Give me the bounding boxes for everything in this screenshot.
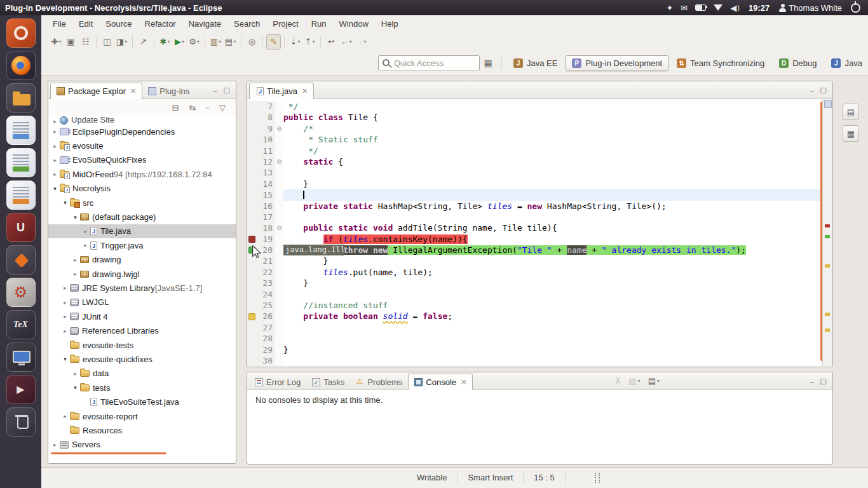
perspective-java[interactable]: JJava: [825, 55, 868, 71]
annotation-gutter[interactable]: [247, 167, 256, 178]
tree-item-tests[interactable]: ▾tests: [48, 381, 236, 395]
annotation-gutter[interactable]: [247, 355, 256, 366]
tab-package-explor[interactable]: Package Explor✕: [50, 83, 142, 99]
maximize-icon[interactable]: ▢: [820, 86, 827, 94]
annotation-gutter[interactable]: [247, 267, 256, 278]
mark-occurrences-icon[interactable]: ✎: [266, 34, 281, 50]
forward-icon[interactable]: →▾: [353, 34, 368, 50]
annotation-gutter[interactable]: [247, 179, 256, 189]
expanded-arrow-icon[interactable]: ▾: [72, 384, 79, 391]
collapsed-arrow-icon[interactable]: ▸: [62, 328, 69, 334]
fold-collapse-icon[interactable]: ⊖: [275, 222, 283, 233]
expanded-arrow-icon[interactable]: ▾: [51, 186, 58, 192]
collapsed-arrow-icon[interactable]: ▸: [62, 285, 69, 291]
tab-error-log[interactable]: Error Log: [249, 374, 306, 390]
new-java-project-icon[interactable]: ◫: [100, 34, 114, 50]
annotation-gutter[interactable]: [247, 201, 256, 212]
tree-item-midorfeed[interactable]: ▸MidOrFeed 94 [https://192.168.1.72:84: [48, 167, 236, 181]
annotation-gutter[interactable]: [247, 344, 256, 355]
tree-item-drawing-lwjgl[interactable]: ▸drawing.lwjgl: [48, 267, 236, 281]
tree-item--default-package-[interactable]: ▾(default package): [48, 210, 236, 224]
collapsed-arrow-icon[interactable]: ▸: [51, 118, 58, 125]
screenshot-tool-launcher-icon[interactable]: [6, 342, 36, 372]
code-text[interactable]: [283, 355, 822, 366]
search-icon[interactable]: ◎: [245, 34, 259, 50]
open-task-icon[interactable]: ↗: [136, 34, 151, 50]
maximize-icon[interactable]: ▢: [224, 86, 230, 94]
expanded-arrow-icon[interactable]: ▾: [62, 200, 69, 206]
libreoffice-calc-launcher-icon[interactable]: [6, 148, 36, 177]
new-plugin-project-icon[interactable]: ◨▾: [114, 34, 129, 50]
menu-project[interactable]: Project: [266, 15, 304, 32]
collapsed-arrow-icon[interactable]: ▸: [62, 299, 69, 306]
media-player-launcher-icon[interactable]: [6, 375, 36, 404]
menu-file[interactable]: File: [46, 15, 72, 32]
network-icon[interactable]: [714, 4, 722, 11]
run-icon[interactable]: ▶▾: [172, 34, 187, 50]
collapsed-arrow-icon[interactable]: ▸: [62, 413, 69, 419]
annotation-gutter[interactable]: [247, 289, 256, 300]
tree-item-junit-4[interactable]: ▸JUnit 4: [48, 309, 236, 323]
annotation-gutter[interactable]: [247, 300, 256, 311]
session-user[interactable]: Thomas White: [789, 3, 842, 13]
code-text[interactable]: */: [283, 101, 822, 112]
tab-plug-ins[interactable]: Plug-ins: [142, 83, 195, 98]
last-edit-location-icon[interactable]: ↩: [324, 34, 339, 50]
tree-item-lwjgl[interactable]: ▸LWJGL: [48, 295, 236, 309]
error-ruler-mark[interactable]: [825, 224, 830, 227]
warn-marker-icon[interactable]: [248, 313, 255, 320]
code-text[interactable]: /*: [283, 123, 822, 134]
maximize-icon[interactable]: ▢: [820, 377, 827, 385]
link-with-editor-icon[interactable]: ⇆: [189, 103, 196, 112]
code-text[interactable]: * Static stuff: [283, 134, 822, 145]
perspective-plug-in-development[interactable]: PPlug-in Development: [566, 55, 668, 71]
annotation-gutter[interactable]: [247, 234, 256, 245]
software-center-launcher-icon[interactable]: [6, 245, 36, 274]
code-text[interactable]: }: [283, 278, 822, 288]
dropdown-arrow-icon[interactable]: ▾: [349, 39, 351, 44]
tree-item-tileevosuitetest-java[interactable]: TileEvoSuiteTest.java: [48, 395, 236, 409]
tab-tasks[interactable]: Tasks: [306, 374, 350, 390]
fold-collapse-icon[interactable]: ⊖: [275, 156, 283, 167]
minimize-icon[interactable]: –: [810, 86, 813, 94]
expanded-arrow-icon[interactable]: ▾: [62, 356, 69, 362]
dropdown-arrow-icon[interactable]: ▾: [297, 39, 300, 44]
fail-marker-icon[interactable]: [248, 236, 255, 243]
tab-problems[interactable]: Problems: [350, 374, 408, 390]
code-text[interactable]: [283, 289, 822, 300]
editor-body[interactable]: 7 */8public class Tile {9⊖ /*10 * Static…: [247, 99, 832, 366]
new-wizard-icon[interactable]: ✚▾: [49, 34, 64, 50]
close-icon[interactable]: ✕: [302, 87, 308, 95]
annotation-gutter[interactable]: [247, 156, 256, 167]
collapsed-arrow-icon[interactable]: ▸: [72, 271, 79, 277]
menu-refactor[interactable]: Refactor: [139, 15, 182, 32]
libreoffice-writer-launcher-icon[interactable]: [6, 116, 36, 145]
tree-item-src[interactable]: ▾src: [48, 196, 236, 210]
menu-window[interactable]: Window: [333, 15, 375, 32]
tree-item-update-site[interactable]: ▸Update Site: [48, 116, 236, 125]
menu-navigate[interactable]: Navigate: [182, 15, 227, 32]
texworks-launcher-icon[interactable]: TeX: [6, 310, 36, 339]
code-text[interactable]: [283, 212, 822, 222]
code-text[interactable]: [283, 189, 822, 200]
collapsed-arrow-icon[interactable]: ▸: [51, 171, 58, 177]
fold-collapse-icon[interactable]: ⊖: [275, 123, 283, 134]
tree-item-evosuite-report[interactable]: ▸evosuite-report: [48, 409, 236, 423]
dropdown-arrow-icon[interactable]: ▾: [125, 39, 127, 44]
task-list-view-icon[interactable]: ▦: [843, 125, 859, 142]
tree-item-evosuite[interactable]: ▸evosuite: [48, 139, 236, 152]
code-text[interactable]: }: [283, 255, 822, 266]
external-tools-icon[interactable]: ⚙▾: [187, 34, 201, 50]
overview-ruler[interactable]: [822, 99, 832, 366]
status-drag-handle[interactable]: [595, 473, 600, 483]
menu-edit[interactable]: Edit: [72, 15, 99, 32]
volume-icon[interactable]: ◀: [730, 3, 740, 13]
tree-item-data[interactable]: ▸data: [48, 367, 236, 381]
dropdown-arrow-icon[interactable]: ▾: [363, 39, 366, 44]
close-icon[interactable]: ✕: [130, 87, 136, 95]
indicator-icon[interactable]: ✦: [666, 3, 673, 13]
dropdown-arrow-icon[interactable]: ▾: [167, 39, 170, 44]
firefox-launcher-icon[interactable]: [6, 51, 36, 80]
collapsed-arrow-icon[interactable]: ▸: [62, 313, 69, 320]
back-icon[interactable]: ←▾: [339, 34, 353, 50]
